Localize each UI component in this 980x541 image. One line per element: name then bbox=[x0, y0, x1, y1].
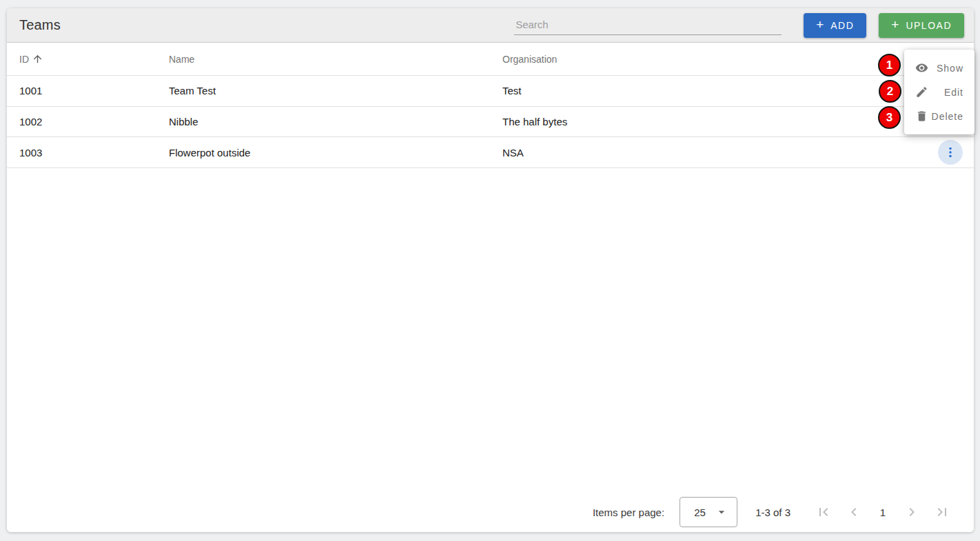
table-row: 1003 Flowerpot outside NSA bbox=[7, 137, 974, 168]
column-header-organisation[interactable]: Organisation bbox=[502, 54, 927, 65]
items-per-page-label: Items per page: bbox=[593, 507, 664, 518]
column-header-id-label: ID bbox=[19, 54, 29, 65]
chevron-down-icon bbox=[715, 505, 728, 519]
first-page-button[interactable] bbox=[808, 497, 839, 527]
menu-item-delete[interactable]: Delete bbox=[904, 104, 974, 128]
pager-nav: 1 bbox=[808, 497, 957, 527]
teams-card: Teams + ADD + UPLOAD ID Name Organisatio… bbox=[7, 8, 974, 532]
cell-organisation: Test bbox=[502, 85, 927, 96]
column-header-id[interactable]: ID bbox=[19, 53, 169, 65]
som-badge-2: 2 bbox=[879, 80, 901, 103]
menu-item-show[interactable]: Show bbox=[904, 56, 974, 80]
add-button[interactable]: + ADD bbox=[804, 13, 866, 38]
range-label: 1-3 of 3 bbox=[755, 507, 790, 518]
kebab-icon bbox=[943, 145, 957, 159]
page-size-value: 25 bbox=[694, 507, 706, 518]
page-title: Teams bbox=[19, 17, 61, 33]
plus-icon: + bbox=[891, 18, 899, 31]
menu-item-show-label: Show bbox=[937, 63, 963, 74]
add-button-label: ADD bbox=[830, 20, 854, 31]
upload-button-label: UPLOAD bbox=[906, 20, 952, 31]
menu-item-edit-label: Edit bbox=[944, 87, 963, 98]
table-row: 1002 Nibble The half bytes bbox=[7, 107, 974, 138]
som-badge-3: 3 bbox=[878, 106, 901, 129]
prev-page-button[interactable] bbox=[839, 497, 869, 527]
cell-name: Flowerpot outside bbox=[169, 147, 502, 159]
cell-organisation: The half bytes bbox=[502, 116, 927, 127]
column-header-name[interactable]: Name bbox=[169, 54, 502, 65]
row-actions-button[interactable] bbox=[938, 140, 963, 165]
last-page-icon bbox=[934, 504, 950, 520]
cell-id: 1002 bbox=[19, 116, 169, 127]
first-page-icon bbox=[815, 504, 832, 520]
plus-icon: + bbox=[816, 18, 824, 31]
current-page-indicator: 1 bbox=[869, 507, 897, 518]
cell-organisation: NSA bbox=[502, 147, 927, 159]
table-row: 1001 Team Test Test bbox=[7, 76, 974, 107]
chevron-left-icon bbox=[846, 504, 862, 520]
pencil-icon bbox=[915, 85, 928, 99]
cell-name: Nibble bbox=[169, 116, 502, 127]
last-page-button[interactable] bbox=[927, 497, 957, 527]
cell-id: 1001 bbox=[19, 85, 169, 96]
som-badge-1: 1 bbox=[878, 54, 901, 76]
cell-name: Team Test bbox=[169, 85, 502, 96]
chevron-right-icon bbox=[904, 504, 920, 520]
column-header-organisation-label: Organisation bbox=[502, 54, 557, 65]
search-input[interactable] bbox=[514, 16, 782, 35]
trash-icon bbox=[915, 110, 928, 123]
column-header-name-label: Name bbox=[169, 54, 194, 65]
sort-ascending-icon bbox=[32, 53, 43, 65]
paginator: Items per page: 25 1-3 of 3 1 bbox=[7, 492, 974, 532]
menu-item-delete-label: Delete bbox=[932, 111, 963, 122]
table-header-row: ID Name Organisation bbox=[7, 43, 974, 76]
cell-id: 1003 bbox=[19, 147, 169, 159]
row-context-menu: Show Edit Delete bbox=[904, 50, 974, 134]
upload-button[interactable]: + UPLOAD bbox=[879, 13, 964, 38]
eye-icon bbox=[915, 61, 928, 74]
menu-item-edit[interactable]: Edit bbox=[904, 80, 974, 104]
next-page-button[interactable] bbox=[897, 497, 927, 527]
toolbar: Teams + ADD + UPLOAD bbox=[7, 8, 974, 43]
page-size-select[interactable]: 25 bbox=[680, 497, 737, 527]
search-field-wrap bbox=[514, 16, 782, 35]
